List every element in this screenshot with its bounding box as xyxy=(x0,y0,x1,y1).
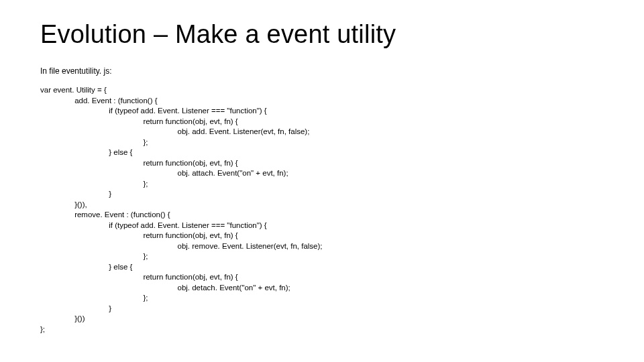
code-line: }; xyxy=(40,294,148,302)
code-line: } xyxy=(40,304,111,312)
code-line: }()), xyxy=(40,200,87,208)
code-line: return function(obj, evt, fn) { xyxy=(40,117,238,125)
code-line: obj. remove. Event. Listener(evt, fn, fa… xyxy=(40,242,323,250)
code-line: }; xyxy=(40,252,148,260)
code-line: return function(obj, evt, fn) { xyxy=(40,159,238,167)
code-line: if (typeof add. Event. Listener === "fun… xyxy=(40,107,267,115)
slide: Evolution – Make a event utility In file… xyxy=(0,0,644,362)
code-line: } xyxy=(40,190,111,198)
code-line: var event. Utility = { xyxy=(40,86,107,94)
code-line: obj. attach. Event("on" + evt, fn); xyxy=(40,169,288,177)
code-line: } else { xyxy=(40,148,132,156)
code-block: var event. Utility = { add. Event : (fun… xyxy=(40,85,604,335)
code-line: } else { xyxy=(40,263,132,271)
code-line: add. Event : (function() { xyxy=(40,97,158,105)
code-line: }()) xyxy=(40,314,85,322)
code-line: return function(obj, evt, fn) { xyxy=(40,273,238,281)
code-line: }; xyxy=(40,325,45,333)
slide-title: Evolution – Make a event utility xyxy=(40,20,604,49)
code-line: obj. add. Event. Listener(evt, fn, false… xyxy=(40,127,309,135)
code-line: remove. Event : (function() { xyxy=(40,210,170,219)
code-line: }; xyxy=(40,180,148,188)
code-line: obj. detach. Event("on" + evt, fn); xyxy=(40,284,290,292)
intro-text: In file eventutility. js: xyxy=(40,66,604,76)
code-line: return function(obj, evt, fn) { xyxy=(40,231,238,239)
code-line: if (typeof add. Event. Listener === "fun… xyxy=(40,221,267,229)
code-line: }; xyxy=(40,138,148,146)
